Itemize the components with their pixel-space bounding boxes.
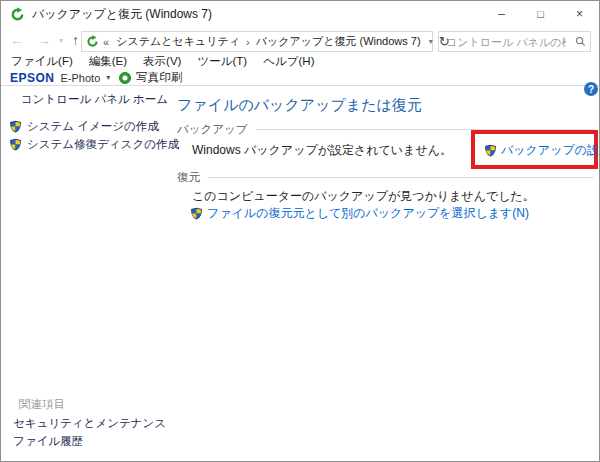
toolbar-separator xyxy=(1,85,599,86)
section-divider xyxy=(208,177,594,178)
menu-help[interactable]: ヘルプ(H) xyxy=(260,54,317,69)
select-other-backup-link-label: ファイルの復元元として別のバックアップを選択します(N) xyxy=(207,205,529,222)
backup-status-text: Windows バックアップが設定されていません。 xyxy=(192,142,452,159)
recent-pages-chevron-icon[interactable]: ▾ xyxy=(59,36,63,45)
forward-icon[interactable]: → xyxy=(37,33,51,47)
photo-print-button[interactable]: 写真印刷 xyxy=(136,70,182,85)
photo-print-icon[interactable] xyxy=(119,72,131,84)
uac-shield-icon xyxy=(484,144,497,157)
search-icon[interactable] xyxy=(570,36,590,47)
setup-backup-link[interactable]: バックアップの設定(S) xyxy=(484,142,600,159)
sidebar-item-label: システム イメージの作成 xyxy=(27,119,159,134)
restore-section-label: 復元 xyxy=(177,170,200,185)
uac-shield-icon xyxy=(9,120,22,133)
sidebar-item-file-history[interactable]: ファイル履歴 xyxy=(13,434,83,449)
restore-section-header: 復元 xyxy=(177,170,594,185)
epson-brand-label: EPSON xyxy=(10,71,55,85)
epson-dropdown-chevron-icon[interactable]: ▾ xyxy=(106,73,110,82)
help-button[interactable]: ? xyxy=(584,82,598,96)
backup-restore-window: バックアップと復元 (Windows 7) – □ × ← → ▾ ↑ « シス… xyxy=(0,0,600,462)
restore-status-text: このコンピューターのバックアップが見つかりませんでした。 xyxy=(192,188,535,205)
back-icon[interactable]: ← xyxy=(10,33,24,47)
epson-toolbar: EPSON E-Photo ▾ 写真印刷 xyxy=(1,69,599,86)
backup-app-icon-small xyxy=(86,35,99,48)
search-input[interactable] xyxy=(439,36,570,48)
breadcrumb-collapse-icon[interactable]: « xyxy=(103,36,109,48)
menu-tools[interactable]: ツール(T) xyxy=(194,54,250,69)
page-title: ファイルのバックアップまたは復元 xyxy=(177,96,422,115)
uac-shield-icon xyxy=(190,207,203,220)
uac-shield-icon xyxy=(9,138,22,151)
setup-backup-link-label: バックアップの設定(S) xyxy=(501,142,600,159)
minimize-button[interactable]: – xyxy=(482,1,521,27)
address-bar[interactable]: « システムとセキュリティ › バックアップと復元 (Windows 7) ▾ … xyxy=(81,31,433,52)
menu-bar: ファイル(F) 編集(E) 表示(V) ツール(T) ヘルプ(H) xyxy=(1,53,599,69)
related-items-header: 関連項目 xyxy=(19,397,65,412)
menu-view[interactable]: 表示(V) xyxy=(140,54,184,69)
close-button[interactable]: × xyxy=(560,1,599,27)
sidebar-item-control-panel-home[interactable]: コントロール パネル ホーム xyxy=(21,92,168,107)
search-box xyxy=(438,31,591,52)
breadcrumb-item-system-security[interactable]: システムとセキュリティ xyxy=(114,34,242,49)
up-icon[interactable]: ↑ xyxy=(72,33,79,47)
menu-edit[interactable]: 編集(E) xyxy=(86,54,130,69)
backup-app-icon xyxy=(10,7,25,22)
address-dropdown-chevron-icon[interactable]: ▾ xyxy=(423,37,439,46)
breadcrumb-separator-icon: › xyxy=(246,36,250,48)
backup-section-label: バックアップ xyxy=(177,122,248,137)
title-bar: バックアップと復元 (Windows 7) – □ × xyxy=(1,1,599,27)
sidebar-item-create-system-image[interactable]: システム イメージの作成 xyxy=(9,119,159,134)
sidebar-item-security-maintenance[interactable]: セキュリティとメンテナンス xyxy=(13,416,166,431)
navigation-bar: ← → ▾ ↑ « システムとセキュリティ › バックアップと復元 (Windo… xyxy=(1,27,599,53)
sidebar-item-label: システム修復ディスクの作成 xyxy=(27,137,179,152)
select-other-backup-link[interactable]: ファイルの復元元として別のバックアップを選択します(N) xyxy=(190,205,529,222)
maximize-button[interactable]: □ xyxy=(521,1,560,27)
epson-ephoto-button[interactable]: E-Photo xyxy=(61,72,101,84)
window-controls: – □ × xyxy=(482,1,599,27)
window-title: バックアップと復元 (Windows 7) xyxy=(32,6,212,23)
menu-file[interactable]: ファイル(F) xyxy=(8,54,76,69)
sidebar-item-create-repair-disc[interactable]: システム修復ディスクの作成 xyxy=(9,137,179,152)
breadcrumb-item-backup-restore[interactable]: バックアップと復元 (Windows 7) xyxy=(254,34,423,49)
